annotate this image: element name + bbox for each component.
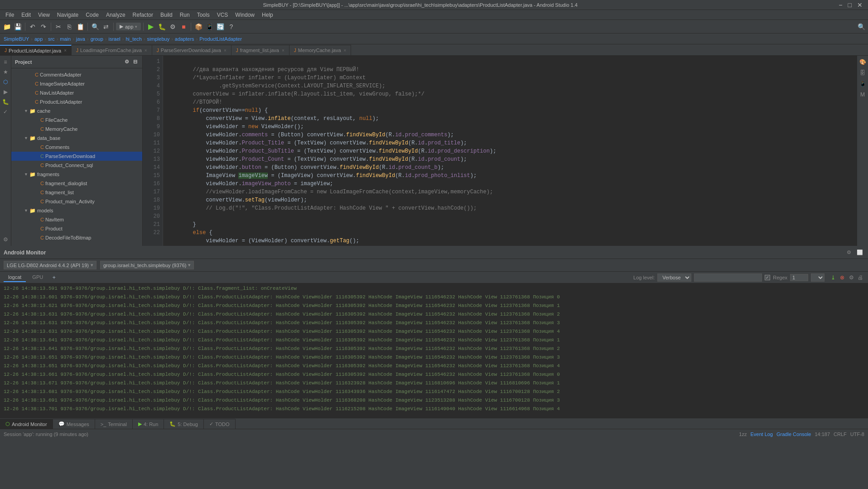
- toolbar-sdk-manager[interactable]: 📦: [193, 22, 203, 32]
- minimize-button[interactable]: −: [837, 1, 844, 9]
- tab-productlistadapter[interactable]: J ProductListAdapter.java ×: [0, 45, 72, 55]
- tree-item-navitem[interactable]: C NavItem: [11, 215, 142, 224]
- breadcrumb-app[interactable]: app: [34, 36, 43, 42]
- left-icon-settings[interactable]: ⚙: [1, 235, 10, 244]
- bottom-tab-debug[interactable]: 🐛 5: Debug: [164, 419, 204, 429]
- tree-item-fragmentdialog[interactable]: C fragment_dialoglist: [11, 179, 142, 188]
- tab-close-4[interactable]: ×: [282, 48, 285, 53]
- log-content[interactable]: 12-26 14:38:13.591 9376-9376/group.israe…: [0, 283, 868, 418]
- log-tab-logcat[interactable]: logcat: [4, 273, 26, 282]
- tab-close-2[interactable]: ×: [145, 48, 147, 53]
- code-area[interactable]: 1 2 3 4 5 6 7 8 9 10 11 12 13 14 15 16 1…: [143, 56, 857, 246]
- menu-edit[interactable]: Edit: [18, 11, 34, 19]
- breadcrumb-adapters[interactable]: adapters: [175, 36, 194, 42]
- tree-item-productmain[interactable]: C Product_main_Activity: [11, 197, 142, 206]
- menu-analyze[interactable]: Analyze: [102, 11, 129, 19]
- tree-item-cache[interactable]: ▼ 📁 cache: [11, 106, 142, 115]
- toolbar-search[interactable]: 🔍: [90, 22, 100, 32]
- menu-tools[interactable]: Tools: [193, 11, 213, 19]
- toolbar-copy[interactable]: ⎘: [64, 22, 74, 32]
- toolbar-save[interactable]: 💾: [13, 22, 23, 32]
- status-gradle[interactable]: Gradle Console: [776, 431, 811, 437]
- menu-navigate[interactable]: Navigate: [53, 11, 82, 19]
- toolbar-replace[interactable]: ⇄: [101, 22, 111, 32]
- breadcrumb-hitech[interactable]: hi_tech: [125, 36, 141, 42]
- menu-window[interactable]: Window: [231, 11, 258, 19]
- tree-item-models[interactable]: ▼ 📁 models: [11, 206, 142, 215]
- tree-item-imageswipeadapter[interactable]: C ImageSwipeAdapter: [11, 79, 142, 88]
- toolbar-cut[interactable]: ✂: [53, 22, 63, 32]
- right-icon-database[interactable]: 🗄: [858, 68, 867, 77]
- tree-item-database[interactable]: ▼ 📁 data_base: [11, 134, 142, 143]
- breadcrumb-group[interactable]: group: [91, 36, 103, 42]
- tree-item-fragments[interactable]: ▼ 📁 fragments: [11, 170, 142, 179]
- toolbar-open[interactable]: 📁: [2, 22, 12, 32]
- tree-item-navlistadapter[interactable]: C NavListAdapter: [11, 88, 142, 97]
- toolbar-paste[interactable]: 📋: [75, 22, 85, 32]
- sidebar-gear[interactable]: ⚙: [123, 58, 130, 66]
- tab-close-5[interactable]: ×: [344, 48, 347, 53]
- right-icon-device[interactable]: 📱: [858, 79, 867, 88]
- tree-item-productlistadapter[interactable]: C ProductListAdapter: [11, 97, 142, 106]
- left-icon-favorites[interactable]: ★: [1, 67, 10, 77]
- status-event-log[interactable]: Event Log: [750, 431, 773, 437]
- device-selector[interactable]: LGE LG-D802 Android 4.4.2 (API 19) ▾: [4, 261, 96, 269]
- toolbar-app-selector[interactable]: ▶ app ▾: [116, 23, 141, 30]
- toolbar-help[interactable]: ?: [226, 22, 236, 32]
- menu-run[interactable]: Run: [176, 11, 193, 19]
- bp-restore[interactable]: ⬜: [855, 248, 864, 257]
- bottom-tab-messages[interactable]: 💬 Messages: [53, 419, 95, 429]
- breadcrumb-simplebuy2[interactable]: simplebuy: [147, 36, 170, 42]
- log-search-input[interactable]: [694, 273, 762, 282]
- breadcrumb-java[interactable]: java: [76, 36, 85, 42]
- tab-fragmentlist[interactable]: J fragment_list.java ×: [231, 45, 289, 55]
- log-num-select[interactable]: ▾: [811, 273, 825, 282]
- menu-help[interactable]: Help: [258, 11, 277, 19]
- status-encoding[interactable]: UTF-8: [850, 431, 864, 437]
- toolbar-run-button[interactable]: ▶: [146, 22, 156, 32]
- breadcrumb-productlistadapter[interactable]: ProductListAdapter: [199, 36, 242, 42]
- right-icon-palette[interactable]: 🎨: [858, 58, 867, 67]
- log-filter-btn[interactable]: ⚙: [847, 273, 855, 282]
- toolbar-redo[interactable]: ↷: [39, 22, 48, 32]
- regex-checkbox[interactable]: [765, 275, 770, 280]
- left-icon-todo[interactable]: ✓: [1, 107, 10, 116]
- tab-loadimagefromcache[interactable]: J LoadImageFromCache.java ×: [72, 45, 152, 55]
- code-editor[interactable]: 1 2 3 4 5 6 7 8 9 10 11 12 13 14 15 16 1…: [143, 56, 857, 246]
- tab-close-1[interactable]: ×: [64, 48, 67, 53]
- log-clear-btn[interactable]: ⤓: [829, 273, 837, 282]
- sidebar-collapse[interactable]: ⊟: [131, 58, 139, 66]
- package-selector[interactable]: group.israel.hi_tech.simplebuy (9376) ▾: [100, 261, 194, 269]
- bp-settings[interactable]: ⚙: [844, 248, 854, 257]
- menu-build[interactable]: Build: [157, 11, 176, 19]
- toolbar-avd[interactable]: 📱: [204, 22, 214, 32]
- toolbar-run-debug[interactable]: 🐛: [157, 22, 167, 32]
- right-icon-maven[interactable]: M: [858, 90, 867, 99]
- log-num-input[interactable]: [790, 274, 808, 281]
- left-icon-run[interactable]: ▶: [1, 87, 10, 96]
- log-print-btn[interactable]: 🖨: [856, 273, 864, 282]
- menu-view[interactable]: View: [34, 11, 53, 19]
- left-icon-debug[interactable]: 🐛: [1, 97, 10, 106]
- maximize-button[interactable]: □: [846, 1, 854, 9]
- close-button[interactable]: ✕: [855, 1, 864, 9]
- bottom-tab-todo[interactable]: ✓ TODO: [204, 419, 236, 429]
- tree-item-product[interactable]: C Product: [11, 224, 142, 233]
- tree-item-fragmentlist[interactable]: C fragment_list: [11, 188, 142, 197]
- left-icon-android[interactable]: ⬡: [1, 77, 10, 86]
- log-stop-btn[interactable]: ⊗: [838, 273, 846, 282]
- tree-item-productconnect[interactable]: C Product_Connect_sql: [11, 161, 142, 170]
- bottom-tab-androidmonitor[interactable]: ⬡ Android Monitor: [0, 419, 53, 429]
- tree-item-decodeftobitmap[interactable]: C DecodeFileToBitmap: [11, 233, 142, 242]
- toolbar-sync[interactable]: 🔄: [215, 22, 225, 32]
- menu-file[interactable]: File: [2, 11, 18, 19]
- log-tab-gpu[interactable]: GPU: [28, 273, 48, 282]
- toolbar-run-coverage[interactable]: ⚙: [168, 22, 178, 32]
- tab-parseserverdownload[interactable]: J ParseServerDownload.java ×: [152, 45, 231, 55]
- breadcrumb-src[interactable]: src: [48, 36, 55, 42]
- breadcrumb-main[interactable]: main: [60, 36, 71, 42]
- menu-refactor[interactable]: Refactor: [129, 11, 157, 19]
- tree-item-memorycache[interactable]: C MemoryCache: [11, 125, 142, 134]
- tree-item-filecache[interactable]: C FileCache: [11, 115, 142, 125]
- bottom-tab-run[interactable]: ▶ 4: Run: [133, 419, 164, 429]
